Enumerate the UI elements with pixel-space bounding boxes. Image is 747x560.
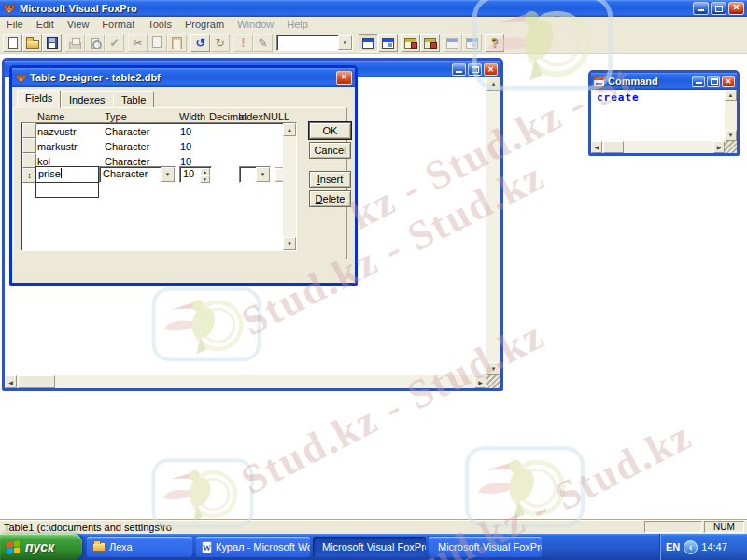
close-button[interactable]: ✕ [728, 2, 744, 15]
tab-table[interactable]: Table [113, 91, 154, 108]
field-width[interactable]: 10 [180, 126, 191, 137]
menu-view[interactable]: View [61, 18, 96, 31]
scroll-up-icon[interactable]: ▲ [725, 90, 737, 101]
help-button[interactable]: ? [485, 34, 504, 52]
minimize-button[interactable] [693, 2, 709, 15]
print-button[interactable] [65, 34, 85, 52]
command-window-toggle-button[interactable] [359, 34, 378, 52]
scroll-left-icon[interactable]: ◀ [591, 141, 602, 153]
form-designer-button[interactable] [443, 34, 462, 52]
report-designer-button[interactable] [462, 34, 482, 52]
type-dropdown-icon[interactable]: ▼ [161, 167, 175, 182]
ok-button[interactable]: OK [309, 122, 351, 139]
index-dropdown-icon[interactable]: ▼ [256, 167, 270, 182]
data-session-button[interactable] [378, 34, 398, 52]
command-window-icon [593, 77, 605, 87]
scroll-up-icon[interactable]: ▲ [486, 77, 500, 91]
field-width[interactable]: 10 [180, 141, 191, 152]
doc-minimize-button[interactable] [452, 63, 466, 76]
next-field-name-input[interactable] [35, 182, 99, 198]
cmd-horizontal-scrollbar[interactable]: ◀ ▶ [591, 141, 725, 153]
app-titlebar: Microsoft Visual FoxPro ✕ [0, 0, 747, 17]
resize-grip[interactable] [486, 375, 500, 388]
combobox-dropdown-icon[interactable]: ▼ [338, 35, 352, 50]
cmd-close-button[interactable]: ✕ [722, 76, 735, 87]
taskbar-button-folder[interactable]: Леха [87, 537, 192, 557]
menu-edit[interactable]: Edit [30, 18, 61, 31]
cancel-button[interactable]: Cancel [309, 142, 351, 159]
scroll-down-icon[interactable]: ▼ [283, 237, 296, 250]
menu-help[interactable]: Help [280, 18, 315, 31]
save-button[interactable] [42, 34, 62, 52]
redo-button[interactable]: ↻ [210, 34, 230, 52]
scroll-down-icon[interactable]: ▼ [725, 130, 737, 141]
copy-button[interactable] [148, 34, 167, 52]
field-index-combobox[interactable]: ▼ [239, 166, 271, 183]
row-selector[interactable] [22, 138, 36, 153]
new-file-button[interactable] [3, 34, 22, 52]
doc-close-button[interactable]: ✕ [484, 63, 498, 76]
cut-button[interactable]: ✂ [128, 34, 148, 52]
doc-vertical-scrollbar[interactable]: ▲ ▼ [486, 77, 500, 375]
field-name[interactable]: markustr [37, 141, 78, 152]
menu-window[interactable]: Window [231, 18, 280, 31]
cmd-hscroll-thumb[interactable] [603, 141, 624, 153]
scroll-right-icon[interactable]: ▶ [474, 375, 486, 388]
dialog-close-button[interactable]: ✕ [336, 71, 352, 85]
field-width-spinner[interactable]: 10 ▲▼ [179, 166, 212, 183]
tab-fields[interactable]: Fields [17, 90, 61, 108]
cmd-vertical-scrollbar[interactable]: ▲ ▼ [725, 90, 737, 141]
open-button[interactable] [22, 34, 42, 52]
redo-icon: ↻ [215, 37, 224, 49]
delete-button[interactable]: Delete [309, 190, 351, 207]
menu-program[interactable]: Program [178, 18, 231, 31]
doc-maximize-button[interactable] [468, 63, 482, 76]
spinner-down-icon[interactable]: ▼ [200, 175, 210, 183]
field-type[interactable]: Character [105, 126, 149, 137]
modify-button[interactable]: ✎ [253, 34, 273, 52]
print-preview-icon [91, 38, 99, 49]
spelling-button[interactable]: ✔ [105, 34, 124, 52]
resize-grip[interactable] [725, 141, 737, 153]
scroll-right-icon[interactable]: ▶ [713, 141, 725, 153]
taskbar-button-foxpro-active[interactable]: Microsoft Visual FoxPro [313, 537, 426, 557]
doc-horizontal-scrollbar[interactable]: ◀ ▶ [5, 375, 486, 388]
table-designer-button[interactable] [420, 34, 440, 52]
taskbar: пуск Леха W Курал - Microsoft Word Micro… [0, 534, 747, 560]
scroll-up-icon[interactable]: ▲ [283, 123, 296, 136]
taskbar-button-foxpro[interactable]: Microsoft Visual FoxPro [429, 537, 542, 557]
paste-button[interactable] [167, 34, 187, 52]
undo-button[interactable]: ↺ [190, 34, 210, 52]
language-bar-icon[interactable]: ‹ [684, 540, 698, 554]
spinner-up-icon[interactable]: ▲ [200, 168, 210, 175]
tab-indexes[interactable]: Indexes [61, 91, 114, 108]
field-type-combobox[interactable]: Character ▼ [99, 166, 176, 183]
fields-grid[interactable]: ↕ nazvustr Character 10 markustr Charact… [21, 122, 297, 251]
run-button[interactable]: ! [233, 34, 253, 52]
field-name-input[interactable]: prise [35, 166, 99, 183]
field-name[interactable]: nazvustr [37, 126, 77, 137]
database-combobox[interactable]: ▼ [276, 35, 353, 51]
num-lock-indicator: NUM [704, 521, 744, 533]
print-preview-button[interactable] [85, 34, 105, 52]
field-type[interactable]: Character [105, 141, 149, 152]
start-button[interactable]: пуск [0, 534, 82, 560]
language-indicator[interactable]: EN [666, 541, 680, 553]
restore-button[interactable] [711, 2, 726, 15]
taskbar-button-word[interactable]: W Курал - Microsoft Word [196, 537, 310, 557]
menu-tools[interactable]: Tools [141, 18, 178, 31]
doc-hscroll-thumb[interactable] [18, 375, 55, 388]
database-designer-button[interactable] [401, 34, 420, 52]
cmd-maximize-button[interactable] [707, 76, 720, 87]
scroll-down-icon[interactable]: ▼ [486, 362, 500, 375]
cmd-minimize-button[interactable] [692, 76, 705, 87]
menu-file[interactable]: File [0, 18, 30, 31]
row-selector-active[interactable]: ↕ [22, 168, 36, 183]
menu-format[interactable]: Format [95, 18, 141, 31]
grid-vertical-scrollbar[interactable]: ▲ ▼ [283, 123, 296, 250]
command-input-area[interactable]: create [591, 90, 725, 141]
insert-button[interactable]: Insert [309, 171, 351, 188]
row-selector[interactable] [22, 153, 36, 168]
row-selector[interactable] [22, 123, 36, 138]
scroll-left-icon[interactable]: ◀ [5, 375, 17, 388]
